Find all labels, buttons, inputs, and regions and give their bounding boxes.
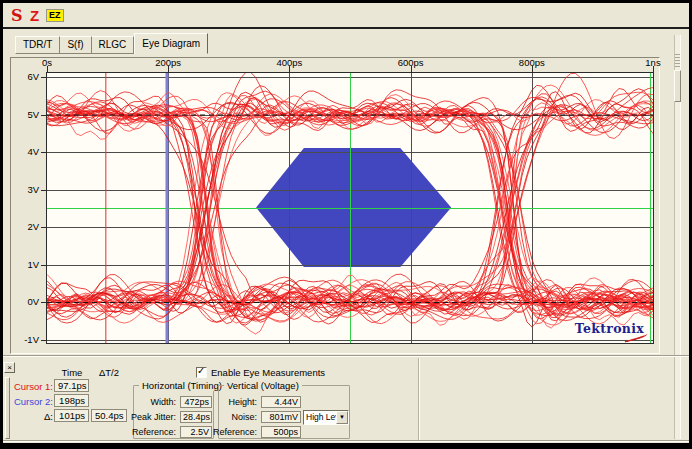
close-icon: × xyxy=(7,363,12,372)
eye-diagram-canvas xyxy=(47,73,653,343)
panel-vertical-divider xyxy=(418,358,420,440)
panel-bottom-divider xyxy=(3,440,689,442)
tab-eye-diagram[interactable]: Eye Diagram xyxy=(134,33,208,54)
timing-reference-value: 2.5V xyxy=(180,426,212,438)
voltage-reference-label: Reference: xyxy=(213,427,257,437)
tektronix-logo: Tektronix xyxy=(575,321,644,336)
peak-jitter-label: Peak Jitter: xyxy=(131,412,176,422)
tab-bar: TDR/T S(f) RLGC Eye Diagram xyxy=(15,33,208,54)
width-value: 472ps xyxy=(180,396,212,408)
horizontal-timing-title: Horizontal (Timing) xyxy=(139,380,225,391)
scrollbar-thumb[interactable] xyxy=(674,70,681,102)
y-axis-tick-label: 3V xyxy=(13,184,39,195)
vertical-voltage-title: Vertical (Voltage) xyxy=(224,380,302,391)
y-axis-tick-label: 6V xyxy=(13,71,39,82)
tab-tdr-t[interactable]: TDR/T xyxy=(15,36,60,54)
cursor2-time-value: 198ps xyxy=(54,394,89,407)
delta-t-half-value: 50.4ps xyxy=(91,409,127,422)
voltage-reference-value: 500ps xyxy=(261,426,301,438)
delta-t-half-column-header: ΔT/2 xyxy=(90,367,128,378)
dropdown-arrow-icon[interactable]: ▼ xyxy=(336,411,348,424)
ez-toolbar-icon[interactable]: EZ xyxy=(46,9,64,22)
y-axis-tick-label: 1V xyxy=(13,259,39,270)
noise-value: 801mV xyxy=(261,411,301,423)
checkmark-icon: ✓ xyxy=(197,366,205,376)
eye-mask xyxy=(256,148,451,267)
enable-eye-measurements-checkbox[interactable]: ✓ xyxy=(196,367,207,378)
panel-close-button[interactable]: × xyxy=(4,362,15,373)
eye-diagram-plot: Tektronix xyxy=(46,72,654,344)
height-label: Height: xyxy=(228,397,257,407)
cursor2-label: Cursor 2: xyxy=(14,396,53,407)
y-axis-tick-label: -1V xyxy=(13,334,39,345)
panel-top-divider xyxy=(3,355,689,357)
enable-eye-measurements-label: Enable Eye Measurements xyxy=(211,367,325,378)
delta-label: Δ: xyxy=(44,411,53,422)
time-column-header: Time xyxy=(54,367,90,378)
horizontal-timing-group: Horizontal (Timing) Width: 472ps Peak Ji… xyxy=(133,385,214,439)
level-select-dropdown[interactable]: High Level ▼ xyxy=(303,410,349,425)
scrollbar-gripper-icon xyxy=(675,54,680,68)
y-axis-tick-label: 5V xyxy=(13,109,39,120)
z-toolbar-icon[interactable]: Z xyxy=(30,7,39,24)
height-value: 4.44V xyxy=(261,396,301,408)
s-toolbar-icon[interactable]: S xyxy=(11,6,23,25)
panel-grip-handle[interactable] xyxy=(5,377,10,439)
app-window: S Z EZ TDR/T S(f) RLGC Eye Diagram 0s200… xyxy=(0,0,692,449)
y-axis-tick-label: 2V xyxy=(13,221,39,232)
cursor1-time-value: 97.1ps xyxy=(54,379,89,392)
noise-label: Noise: xyxy=(231,412,257,422)
vertical-voltage-group: Vertical (Voltage) Height: 4.44V Noise: … xyxy=(218,385,350,439)
tab-rlgc[interactable]: RLGC xyxy=(92,36,135,54)
delta-time-value: 101ps xyxy=(54,409,89,422)
y-axis-tick-label: 4V xyxy=(13,146,39,157)
y-axis-tick-label: 0V xyxy=(13,296,39,307)
width-label: Width: xyxy=(150,397,176,407)
cursor1-label: Cursor 1: xyxy=(14,381,53,392)
tab-s-f[interactable]: S(f) xyxy=(60,36,91,54)
timing-reference-label: Reference: xyxy=(132,427,176,437)
toolbar-divider xyxy=(3,27,689,29)
peak-jitter-value: 28.4ps xyxy=(180,411,212,423)
